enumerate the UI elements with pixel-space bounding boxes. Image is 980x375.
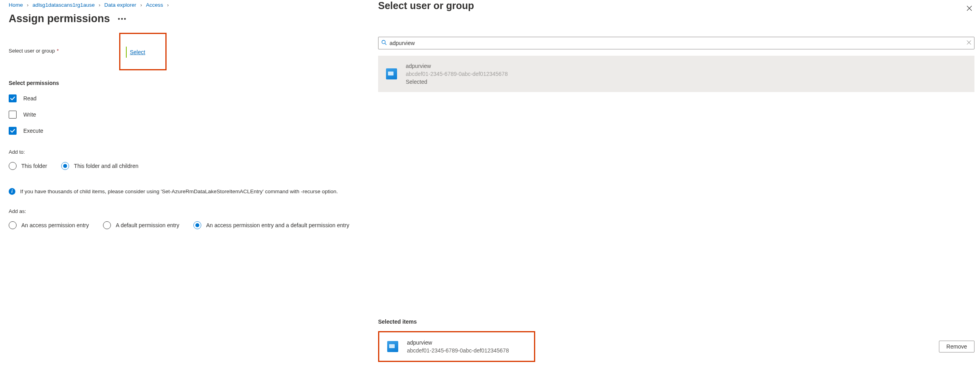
chevron-right-icon: ›	[99, 2, 100, 8]
radio-access-entry[interactable]: An access permission entry	[9, 221, 89, 229]
selected-items-header: Selected items	[378, 311, 974, 325]
breadcrumb-link-access[interactable]: Access	[146, 2, 163, 8]
clear-icon[interactable]	[967, 40, 971, 46]
radio-default-entry[interactable]: A default permission entry	[103, 221, 179, 229]
info-icon: i	[9, 188, 15, 195]
result-id: abcdef01-2345-6789-0abc-def012345678	[406, 71, 508, 77]
radio-access-entry-label: An access permission entry	[21, 222, 89, 228]
checkbox-execute[interactable]	[9, 127, 17, 135]
breadcrumb: Home › adlsg1datascans1rg1ause › Data ex…	[9, 0, 369, 8]
page-title: Assign permissions	[9, 13, 110, 25]
radio-this-folder[interactable]: This folder	[9, 162, 47, 170]
search-input[interactable]	[378, 37, 974, 49]
more-menu-icon[interactable]: •••	[116, 15, 129, 23]
radio-folder-children[interactable]: This folder and all children	[61, 162, 138, 170]
select-user-highlight: Select	[119, 33, 167, 70]
result-selected-label: Selected	[406, 79, 508, 85]
radio-this-folder-label: This folder	[21, 163, 47, 169]
panel-title: Select user or group	[378, 0, 474, 11]
select-user-label: Select user or group *	[9, 48, 119, 54]
radio-both-entry-label: An access permission entry and a default…	[206, 222, 349, 228]
close-icon[interactable]	[964, 2, 974, 15]
selected-item-card: adpurview abcdef01-2345-6789-0abc-def012…	[378, 331, 535, 362]
app-icon	[386, 68, 397, 79]
chevron-right-icon: ›	[140, 2, 142, 8]
permissions-header: Select permissions	[9, 80, 369, 86]
selected-item-name: adpurview	[407, 339, 509, 346]
checkbox-execute-label: Execute	[23, 128, 43, 134]
chevron-right-icon: ›	[167, 2, 169, 8]
checkbox-read-label: Read	[23, 95, 36, 102]
checkbox-read[interactable]	[9, 94, 17, 102]
add-as-header: Add as:	[9, 208, 369, 214]
breadcrumb-link-resource[interactable]: adlsg1datascans1rg1ause	[32, 2, 95, 8]
selected-item-id: abcdef01-2345-6789-0abc-def012345678	[407, 347, 509, 354]
search-icon	[381, 40, 387, 47]
radio-folder-children-label: This folder and all children	[74, 163, 138, 169]
info-text: If you have thousands of child items, pl…	[20, 188, 338, 194]
select-user-link[interactable]: Select	[130, 49, 145, 55]
svg-point-0	[382, 40, 386, 44]
search-result-item[interactable]: adpurview abcdef01-2345-6789-0abc-def012…	[378, 56, 974, 92]
app-icon	[387, 341, 398, 352]
svg-line-1	[385, 43, 386, 45]
breadcrumb-link-data-explorer[interactable]: Data explorer	[104, 2, 136, 8]
checkbox-write[interactable]	[9, 111, 17, 119]
select-indicator-bar	[126, 47, 127, 58]
result-name: adpurview	[406, 63, 508, 69]
radio-default-entry-label: A default permission entry	[116, 222, 179, 228]
remove-button[interactable]: Remove	[939, 341, 974, 352]
add-to-header: Add to:	[9, 149, 369, 155]
radio-both-entry[interactable]: An access permission entry and a default…	[193, 221, 349, 229]
checkbox-write-label: Write	[23, 111, 36, 118]
chevron-right-icon: ›	[27, 2, 28, 8]
breadcrumb-link-home[interactable]: Home	[9, 2, 23, 8]
